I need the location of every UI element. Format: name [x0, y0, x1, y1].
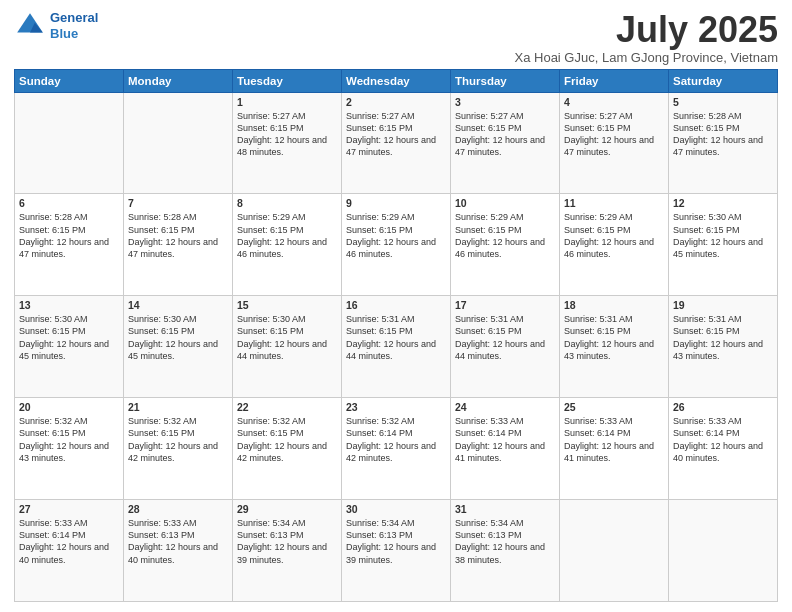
day-number: 15 [237, 299, 337, 311]
day-number: 20 [19, 401, 119, 413]
day-number: 18 [564, 299, 664, 311]
day-info: Sunrise: 5:34 AM Sunset: 6:13 PM Dayligh… [237, 517, 337, 566]
day-number: 26 [673, 401, 773, 413]
day-number: 14 [128, 299, 228, 311]
calendar-cell: 15Sunrise: 5:30 AM Sunset: 6:15 PM Dayli… [233, 296, 342, 398]
calendar-cell: 31Sunrise: 5:34 AM Sunset: 6:13 PM Dayli… [451, 500, 560, 602]
day-number: 9 [346, 197, 446, 209]
calendar-cell: 8Sunrise: 5:29 AM Sunset: 6:15 PM Daylig… [233, 194, 342, 296]
calendar-week-row-1: 1Sunrise: 5:27 AM Sunset: 6:15 PM Daylig… [15, 92, 778, 194]
day-info: Sunrise: 5:31 AM Sunset: 6:15 PM Dayligh… [346, 313, 446, 362]
day-info: Sunrise: 5:28 AM Sunset: 6:15 PM Dayligh… [673, 110, 773, 159]
calendar-cell: 22Sunrise: 5:32 AM Sunset: 6:15 PM Dayli… [233, 398, 342, 500]
calendar-header-row: Sunday Monday Tuesday Wednesday Thursday… [15, 69, 778, 92]
calendar-cell: 7Sunrise: 5:28 AM Sunset: 6:15 PM Daylig… [124, 194, 233, 296]
day-number: 29 [237, 503, 337, 515]
logo-icon [14, 10, 46, 42]
calendar-week-row-4: 20Sunrise: 5:32 AM Sunset: 6:15 PM Dayli… [15, 398, 778, 500]
calendar-cell: 20Sunrise: 5:32 AM Sunset: 6:15 PM Dayli… [15, 398, 124, 500]
day-number: 17 [455, 299, 555, 311]
day-number: 10 [455, 197, 555, 209]
calendar-cell [560, 500, 669, 602]
header: General Blue July 2025 Xa Hoai GJuc, Lam… [14, 10, 778, 65]
calendar-cell: 17Sunrise: 5:31 AM Sunset: 6:15 PM Dayli… [451, 296, 560, 398]
day-number: 6 [19, 197, 119, 209]
calendar-week-row-2: 6Sunrise: 5:28 AM Sunset: 6:15 PM Daylig… [15, 194, 778, 296]
col-saturday: Saturday [669, 69, 778, 92]
calendar-cell: 6Sunrise: 5:28 AM Sunset: 6:15 PM Daylig… [15, 194, 124, 296]
calendar-cell: 12Sunrise: 5:30 AM Sunset: 6:15 PM Dayli… [669, 194, 778, 296]
col-monday: Monday [124, 69, 233, 92]
day-number: 30 [346, 503, 446, 515]
title-month: July 2025 [515, 10, 779, 50]
calendar-cell: 4Sunrise: 5:27 AM Sunset: 6:15 PM Daylig… [560, 92, 669, 194]
calendar-cell: 19Sunrise: 5:31 AM Sunset: 6:15 PM Dayli… [669, 296, 778, 398]
logo: General Blue [14, 10, 98, 42]
calendar-cell: 25Sunrise: 5:33 AM Sunset: 6:14 PM Dayli… [560, 398, 669, 500]
day-info: Sunrise: 5:33 AM Sunset: 6:14 PM Dayligh… [19, 517, 119, 566]
title-block: July 2025 Xa Hoai GJuc, Lam GJong Provin… [515, 10, 779, 65]
col-wednesday: Wednesday [342, 69, 451, 92]
day-number: 13 [19, 299, 119, 311]
calendar-week-row-5: 27Sunrise: 5:33 AM Sunset: 6:14 PM Dayli… [15, 500, 778, 602]
col-thursday: Thursday [451, 69, 560, 92]
logo-line2: Blue [50, 26, 78, 41]
day-info: Sunrise: 5:29 AM Sunset: 6:15 PM Dayligh… [346, 211, 446, 260]
day-info: Sunrise: 5:27 AM Sunset: 6:15 PM Dayligh… [237, 110, 337, 159]
calendar-cell: 21Sunrise: 5:32 AM Sunset: 6:15 PM Dayli… [124, 398, 233, 500]
day-number: 22 [237, 401, 337, 413]
day-info: Sunrise: 5:32 AM Sunset: 6:15 PM Dayligh… [19, 415, 119, 464]
calendar-cell: 11Sunrise: 5:29 AM Sunset: 6:15 PM Dayli… [560, 194, 669, 296]
calendar-cell: 2Sunrise: 5:27 AM Sunset: 6:15 PM Daylig… [342, 92, 451, 194]
day-number: 25 [564, 401, 664, 413]
day-info: Sunrise: 5:33 AM Sunset: 6:14 PM Dayligh… [673, 415, 773, 464]
calendar-cell: 10Sunrise: 5:29 AM Sunset: 6:15 PM Dayli… [451, 194, 560, 296]
calendar-cell: 28Sunrise: 5:33 AM Sunset: 6:13 PM Dayli… [124, 500, 233, 602]
day-info: Sunrise: 5:30 AM Sunset: 6:15 PM Dayligh… [673, 211, 773, 260]
day-info: Sunrise: 5:33 AM Sunset: 6:13 PM Dayligh… [128, 517, 228, 566]
day-number: 12 [673, 197, 773, 209]
day-info: Sunrise: 5:30 AM Sunset: 6:15 PM Dayligh… [19, 313, 119, 362]
day-number: 31 [455, 503, 555, 515]
calendar-cell: 16Sunrise: 5:31 AM Sunset: 6:15 PM Dayli… [342, 296, 451, 398]
day-info: Sunrise: 5:34 AM Sunset: 6:13 PM Dayligh… [455, 517, 555, 566]
calendar-cell: 5Sunrise: 5:28 AM Sunset: 6:15 PM Daylig… [669, 92, 778, 194]
day-info: Sunrise: 5:30 AM Sunset: 6:15 PM Dayligh… [128, 313, 228, 362]
day-info: Sunrise: 5:30 AM Sunset: 6:15 PM Dayligh… [237, 313, 337, 362]
calendar-table: Sunday Monday Tuesday Wednesday Thursday… [14, 69, 778, 602]
col-tuesday: Tuesday [233, 69, 342, 92]
day-info: Sunrise: 5:27 AM Sunset: 6:15 PM Dayligh… [564, 110, 664, 159]
calendar-cell: 9Sunrise: 5:29 AM Sunset: 6:15 PM Daylig… [342, 194, 451, 296]
day-number: 19 [673, 299, 773, 311]
logo-text: General Blue [50, 10, 98, 41]
day-info: Sunrise: 5:27 AM Sunset: 6:15 PM Dayligh… [455, 110, 555, 159]
day-info: Sunrise: 5:33 AM Sunset: 6:14 PM Dayligh… [564, 415, 664, 464]
calendar-cell: 24Sunrise: 5:33 AM Sunset: 6:14 PM Dayli… [451, 398, 560, 500]
day-number: 28 [128, 503, 228, 515]
day-number: 2 [346, 96, 446, 108]
day-info: Sunrise: 5:27 AM Sunset: 6:15 PM Dayligh… [346, 110, 446, 159]
day-info: Sunrise: 5:32 AM Sunset: 6:15 PM Dayligh… [237, 415, 337, 464]
day-info: Sunrise: 5:29 AM Sunset: 6:15 PM Dayligh… [455, 211, 555, 260]
calendar-cell: 13Sunrise: 5:30 AM Sunset: 6:15 PM Dayli… [15, 296, 124, 398]
calendar-cell [15, 92, 124, 194]
logo-line1: General [50, 10, 98, 25]
day-info: Sunrise: 5:31 AM Sunset: 6:15 PM Dayligh… [564, 313, 664, 362]
day-number: 8 [237, 197, 337, 209]
day-number: 27 [19, 503, 119, 515]
day-info: Sunrise: 5:31 AM Sunset: 6:15 PM Dayligh… [455, 313, 555, 362]
calendar-cell [124, 92, 233, 194]
calendar-cell: 27Sunrise: 5:33 AM Sunset: 6:14 PM Dayli… [15, 500, 124, 602]
day-number: 11 [564, 197, 664, 209]
day-number: 4 [564, 96, 664, 108]
day-number: 16 [346, 299, 446, 311]
col-sunday: Sunday [15, 69, 124, 92]
day-info: Sunrise: 5:29 AM Sunset: 6:15 PM Dayligh… [564, 211, 664, 260]
day-number: 1 [237, 96, 337, 108]
day-info: Sunrise: 5:32 AM Sunset: 6:14 PM Dayligh… [346, 415, 446, 464]
day-info: Sunrise: 5:32 AM Sunset: 6:15 PM Dayligh… [128, 415, 228, 464]
day-number: 5 [673, 96, 773, 108]
day-info: Sunrise: 5:33 AM Sunset: 6:14 PM Dayligh… [455, 415, 555, 464]
day-number: 21 [128, 401, 228, 413]
day-info: Sunrise: 5:28 AM Sunset: 6:15 PM Dayligh… [19, 211, 119, 260]
